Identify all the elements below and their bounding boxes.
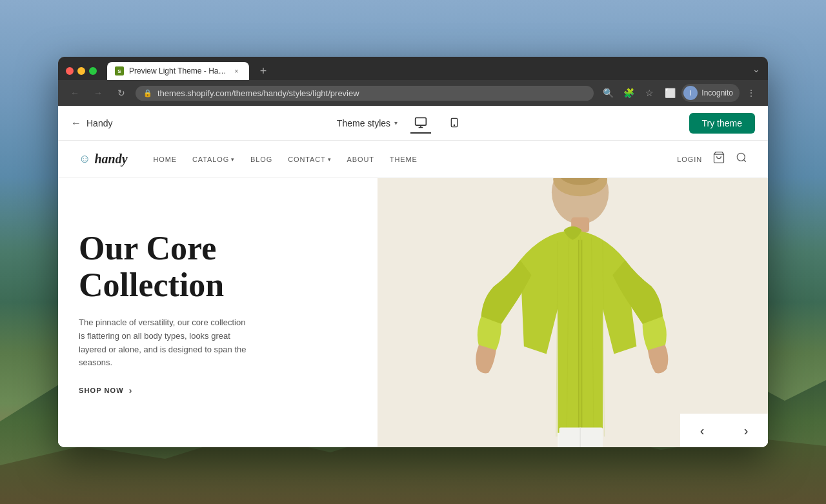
hero-image-background: [378, 178, 768, 447]
svg-rect-20: [559, 428, 603, 447]
profile-avatar: I: [683, 86, 698, 100]
tab-bar: S Preview Light Theme - Handy × + ⌄: [58, 57, 768, 80]
mobile-view-button[interactable]: [444, 113, 465, 134]
hero-body-text: The pinnacle of versatility, our core co…: [79, 316, 247, 370]
new-tab-button[interactable]: +: [254, 62, 272, 80]
profile-name: Incognito: [701, 88, 733, 97]
expand-tabs-button[interactable]: ⌄: [752, 64, 760, 78]
login-link[interactable]: LOGIN: [677, 156, 702, 163]
store-menu: HOME CATALOG ▾ BLOG CONTACT ▾ ABOUT THEM…: [154, 156, 418, 163]
back-arrow-icon: ←: [71, 117, 81, 129]
try-theme-button[interactable]: Try theme: [689, 113, 756, 134]
url-text: themes.shopify.com/themes/handy/styles/l…: [157, 88, 586, 98]
cart-icon[interactable]: [712, 151, 725, 167]
search-browser-button[interactable]: 🔍: [599, 84, 617, 102]
hero-image-area: ‹ ›: [378, 178, 768, 447]
hero-text-area: Our Core Collection The pinnacle of vers…: [58, 178, 378, 447]
reload-button[interactable]: ↻: [112, 84, 130, 102]
maximize-window-button[interactable]: [89, 67, 97, 75]
theme-name-label: Handy: [86, 118, 112, 128]
hero-section: Our Core Collection The pinnacle of vers…: [58, 178, 768, 447]
tab-close-button[interactable]: ×: [232, 66, 241, 76]
nav-contact[interactable]: CONTACT ▾: [288, 156, 331, 163]
search-icon[interactable]: [736, 152, 747, 166]
profile-button[interactable]: I Incognito: [681, 84, 740, 102]
extensions-button[interactable]: 🧩: [620, 84, 638, 102]
shop-now-label: SHOP NOW: [79, 387, 124, 394]
carousel-controls: ‹ ›: [680, 414, 768, 447]
minimize-window-button[interactable]: [77, 67, 85, 75]
shop-now-button[interactable]: SHOP NOW ›: [79, 385, 352, 396]
active-tab[interactable]: S Preview Light Theme - Handy ×: [107, 62, 249, 80]
lock-icon: 🔒: [143, 89, 152, 97]
desktop-view-button[interactable]: [410, 113, 431, 134]
logo-icon: ☺: [79, 152, 90, 166]
back-button[interactable]: ←: [66, 84, 84, 102]
preview-center-controls: Theme styles ▾: [112, 113, 689, 134]
browser-chrome: S Preview Light Theme - Handy × + ⌄ ← → …: [58, 57, 768, 106]
svg-point-6: [737, 153, 745, 161]
split-view-button[interactable]: ⬜: [661, 84, 679, 102]
store-navigation: ☺ handy HOME CATALOG ▾ BLOG CONTACT ▾ AB…: [58, 141, 768, 178]
browser-actions: 🔍 🧩 ☆ ⬜ I Incognito ⋮: [599, 84, 760, 102]
back-to-themes-button[interactable]: ← Handy: [71, 117, 112, 129]
shop-now-arrow-icon: ›: [129, 385, 133, 396]
nav-blog[interactable]: BLOG: [250, 156, 272, 163]
url-bar[interactable]: 🔒 themes.shopify.com/themes/handy/styles…: [136, 86, 594, 101]
hero-headline: Our Core Collection: [79, 230, 352, 303]
store-preview: ☺ handy HOME CATALOG ▾ BLOG CONTACT ▾ AB…: [58, 141, 768, 447]
tab-title: Preview Light Theme - Handy: [129, 66, 227, 76]
theme-styles-button[interactable]: Theme styles ▾: [337, 118, 398, 128]
carousel-next-button[interactable]: ›: [724, 414, 768, 447]
close-window-button[interactable]: [66, 67, 74, 75]
theme-styles-dropdown-arrow: ▾: [394, 119, 398, 126]
hero-figure-svg: [378, 178, 768, 447]
store-preview-area: ☺ handy HOME CATALOG ▾ BLOG CONTACT ▾ AB…: [58, 141, 768, 447]
menu-button[interactable]: ⋮: [742, 84, 760, 102]
carousel-prev-button[interactable]: ‹: [680, 414, 724, 447]
store-logo: ☺ handy: [79, 152, 128, 166]
svg-point-4: [454, 125, 454, 125]
address-bar: ← → ↻ 🔒 themes.shopify.com/themes/handy/…: [58, 80, 768, 106]
forward-button[interactable]: →: [89, 84, 107, 102]
tab-favicon: S: [115, 66, 124, 76]
store-right-actions: LOGIN: [677, 151, 747, 167]
nav-home[interactable]: HOME: [154, 156, 177, 163]
bookmark-button[interactable]: ☆: [640, 84, 658, 102]
browser-window: S Preview Light Theme - Handy × + ⌄ ← → …: [58, 57, 768, 447]
nav-about[interactable]: ABOUT: [347, 156, 374, 163]
theme-styles-label: Theme styles: [337, 118, 390, 128]
nav-theme[interactable]: THEME: [390, 156, 418, 163]
preview-bar: ← Handy Theme styles ▾: [58, 106, 768, 141]
window-controls: [66, 67, 97, 75]
nav-catalog[interactable]: CATALOG ▾: [192, 156, 235, 163]
svg-rect-0: [416, 117, 427, 125]
store-logo-text: handy: [94, 152, 127, 166]
